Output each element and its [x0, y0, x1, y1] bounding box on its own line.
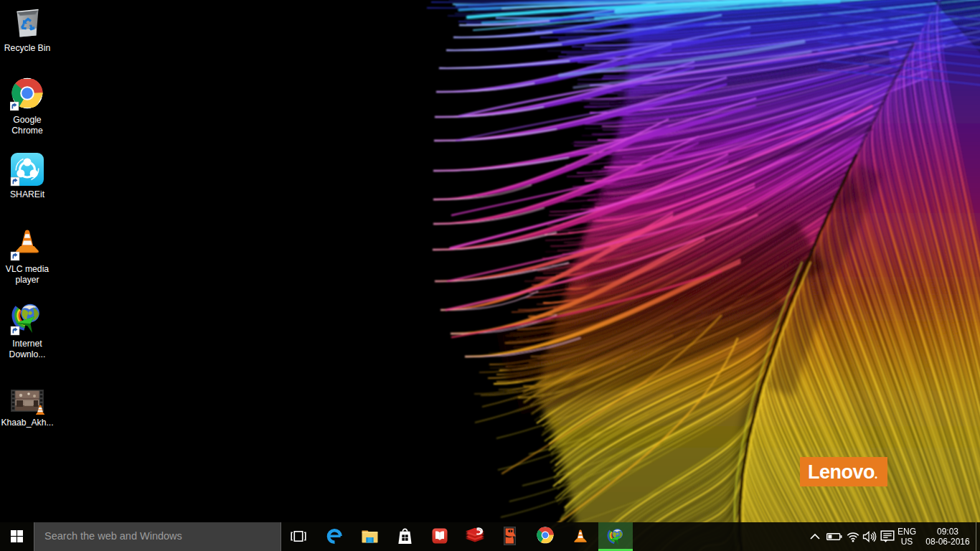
svg-text:Lenovo: Lenovo [808, 461, 875, 483]
